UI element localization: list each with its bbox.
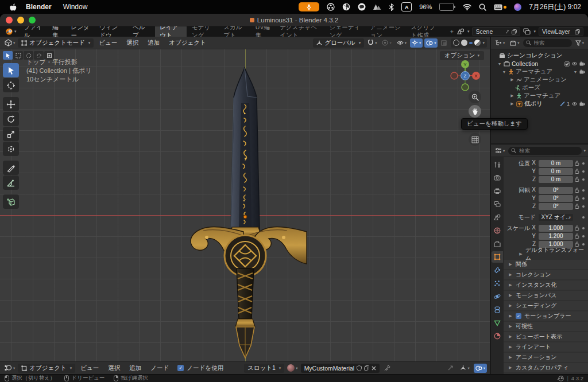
viewport-menu-view[interactable]: ビュー bbox=[95, 39, 121, 47]
tab-particles[interactable] bbox=[492, 278, 503, 289]
animate-dot[interactable] bbox=[581, 243, 586, 245]
obs-icon[interactable] bbox=[327, 3, 335, 11]
annotate-tool[interactable] bbox=[3, 161, 19, 175]
material-slot-dropdown[interactable]: スロット1 bbox=[244, 364, 284, 373]
tab-tool[interactable] bbox=[492, 159, 503, 170]
render-camera-icon[interactable] bbox=[579, 61, 585, 66]
mountain-icon[interactable] bbox=[373, 3, 381, 10]
bluetooth-icon[interactable] bbox=[389, 3, 394, 11]
shader-gizmo-button[interactable] bbox=[458, 364, 471, 373]
tab-modifiers[interactable] bbox=[492, 264, 503, 276]
properties-editor-type-button[interactable] bbox=[493, 146, 506, 155]
animate-dot[interactable] bbox=[581, 162, 586, 165]
outliner-row-armature-data[interactable]: ▶ アーマチュア bbox=[493, 92, 586, 100]
circle-select-button[interactable] bbox=[24, 51, 33, 60]
input-source-indicator[interactable]: A bbox=[401, 2, 412, 11]
scene-name-field[interactable]: Scene bbox=[472, 27, 520, 36]
zoom-view-button[interactable] bbox=[469, 91, 481, 103]
outliner-row-scene-collection[interactable]: シーンコレクション bbox=[493, 52, 586, 60]
section-instancing[interactable]: ▶インスタンス化 bbox=[504, 280, 588, 290]
animate-dot[interactable] bbox=[581, 170, 586, 173]
expand-chevron[interactable]: ▶ bbox=[510, 102, 514, 106]
siri-icon[interactable] bbox=[514, 3, 521, 11]
lock-icon[interactable] bbox=[575, 161, 579, 166]
tab-scene[interactable] bbox=[492, 212, 503, 223]
shading-material-button[interactable] bbox=[469, 42, 473, 44]
material-name-field[interactable]: MyCustomMaterial bbox=[301, 364, 380, 373]
move-tool[interactable] bbox=[3, 97, 19, 111]
viewport-menu-object[interactable]: オブジェクト bbox=[165, 39, 210, 47]
proportional-edit-button[interactable] bbox=[380, 38, 393, 48]
move-view-button[interactable] bbox=[469, 105, 481, 118]
gizmo-y-neg-axis[interactable] bbox=[462, 84, 469, 91]
scene-icon[interactable] bbox=[457, 28, 465, 35]
shader-menu-add[interactable]: 追加 bbox=[125, 364, 145, 372]
collapse-chevron[interactable]: ▼ bbox=[497, 62, 502, 66]
shader-menu-node[interactable]: ノード bbox=[146, 364, 173, 372]
rotation-y-field[interactable]: 0° bbox=[539, 195, 573, 202]
outliner-display-mode-button[interactable] bbox=[493, 38, 506, 48]
apple-menu[interactable] bbox=[6, 3, 20, 11]
macos-menu-window[interactable]: Window bbox=[57, 3, 94, 11]
tab-render[interactable] bbox=[492, 172, 503, 184]
tab-object[interactable] bbox=[492, 251, 503, 263]
material-browse-button[interactable] bbox=[285, 364, 299, 373]
gizmos-toggle[interactable] bbox=[410, 38, 423, 48]
measure-tool[interactable] bbox=[3, 176, 19, 190]
editor-type-button[interactable] bbox=[3, 38, 17, 48]
lock-icon[interactable] bbox=[575, 177, 579, 182]
tab-world[interactable] bbox=[492, 225, 503, 236]
outliner-row-pose[interactable]: ポーズ bbox=[493, 84, 586, 92]
cursor-tool[interactable] bbox=[3, 78, 19, 92]
exclude-checkbox-icon[interactable] bbox=[564, 61, 570, 67]
transform-orientation-dropdown[interactable]: グローバル bbox=[313, 38, 364, 48]
lock-icon[interactable] bbox=[575, 188, 579, 193]
rotate-tool[interactable] bbox=[3, 112, 19, 126]
section-line-art[interactable]: ▶ラインアート bbox=[504, 342, 588, 352]
collapse-chevron[interactable]: ▼ bbox=[502, 70, 506, 74]
properties-search[interactable] bbox=[508, 147, 582, 155]
animate-dot[interactable] bbox=[581, 197, 586, 200]
properties-options-chevron[interactable]: ▾ bbox=[583, 149, 586, 153]
toggle-projection-button[interactable] bbox=[469, 133, 481, 146]
outliner-row-collection[interactable]: ▼ Collection bbox=[493, 60, 586, 68]
xray-toggle[interactable] bbox=[439, 38, 449, 48]
search-icon[interactable] bbox=[479, 3, 486, 11]
tab-view-layer[interactable] bbox=[492, 198, 503, 210]
add-workspace-button[interactable]: + bbox=[447, 28, 457, 35]
new-scene-icon[interactable] bbox=[512, 29, 517, 34]
viewport-menu-add[interactable]: 追加 bbox=[144, 39, 164, 47]
location-x-field[interactable]: 0 m bbox=[539, 160, 573, 167]
section-motion-blur[interactable]: ▶✓モーションブラー bbox=[504, 311, 588, 321]
outliner-search[interactable] bbox=[523, 39, 572, 47]
tab-collection-props[interactable] bbox=[492, 238, 503, 250]
viewlayer-browse-chevron[interactable]: ▾ bbox=[533, 29, 536, 34]
shading-solid-button[interactable] bbox=[461, 40, 467, 46]
select-box-tool[interactable] bbox=[3, 63, 19, 77]
shader-snap-button[interactable] bbox=[446, 364, 456, 373]
overlays-toggle[interactable] bbox=[424, 38, 438, 48]
scale-tool[interactable] bbox=[3, 127, 19, 141]
tab-material[interactable] bbox=[492, 330, 503, 342]
fake-user-shield-icon[interactable] bbox=[357, 365, 362, 371]
expand-chevron[interactable]: ▼ bbox=[573, 70, 578, 74]
shading-options-chevron[interactable]: ▾ bbox=[482, 41, 485, 45]
expand-chevron[interactable]: ▶ bbox=[510, 93, 514, 98]
animate-dot[interactable] bbox=[581, 189, 586, 192]
lasso-select-button[interactable] bbox=[34, 51, 44, 60]
use-nodes-toggle[interactable]: ✓ ノードを使用 bbox=[174, 364, 227, 372]
tab-output[interactable] bbox=[492, 185, 503, 197]
animate-dot[interactable] bbox=[581, 205, 586, 208]
sword-model[interactable] bbox=[184, 62, 307, 360]
properties-search-input[interactable] bbox=[518, 147, 579, 154]
outliner-row-lowpoly[interactable]: ▶ 低ポリ 1 bbox=[493, 100, 586, 108]
hide-eye-icon[interactable] bbox=[571, 102, 578, 106]
menubar-clock[interactable]: 7月26日(土) 9:02 bbox=[529, 2, 581, 12]
lock-icon[interactable] bbox=[575, 233, 579, 239]
outliner-search-input[interactable] bbox=[533, 39, 569, 46]
tab-physics[interactable] bbox=[492, 291, 503, 302]
location-y-field[interactable]: 0 m bbox=[539, 168, 573, 175]
section-motion-paths[interactable]: ▶モーションパス bbox=[504, 291, 588, 300]
viewport-menu-select[interactable]: 選択 bbox=[122, 39, 142, 47]
shader-overlays-button[interactable] bbox=[474, 364, 487, 373]
